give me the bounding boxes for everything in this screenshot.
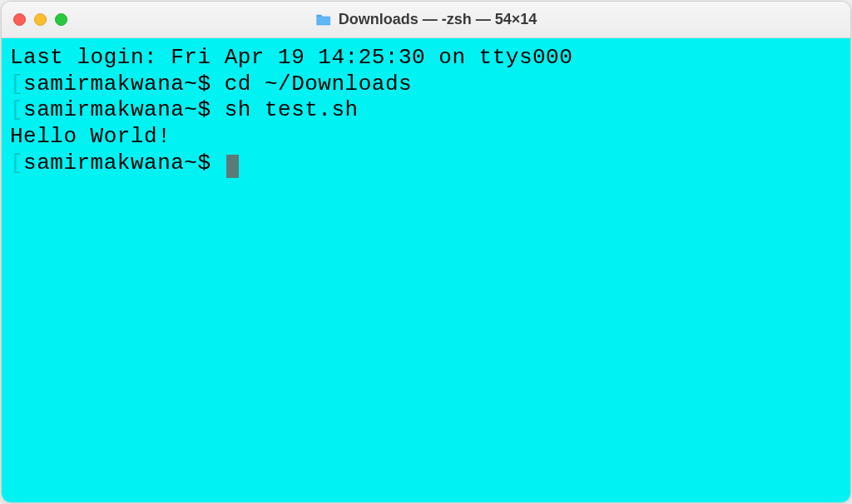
prompt-bracket: [ [10, 72, 23, 96]
command-text: sh test.sh [225, 97, 359, 122]
minimize-button[interactable] [34, 13, 47, 26]
maximize-button[interactable] [55, 13, 67, 26]
last-login-text: Last login: Fri Apr 19 14:25:30 on ttys0… [10, 45, 572, 70]
prompt-bracket: [ [10, 97, 23, 122]
folder-icon [315, 13, 332, 27]
prompt-text: samirmakwana~$ [23, 72, 225, 96]
terminal-window: Downloads — -zsh — 54×14 Last login: Fri… [1, 1, 851, 503]
window-title: Downloads — -zsh — 54×14 [339, 11, 537, 28]
cursor [226, 155, 239, 178]
title-content: Downloads — -zsh — 54×14 [315, 11, 537, 28]
traffic-lights [13, 13, 67, 26]
command-line-2: [samirmakwana~$ sh test.sh [10, 97, 842, 124]
output-line: Hello World! [10, 124, 842, 151]
close-button[interactable] [13, 13, 26, 26]
command-text: cd ~/Downloads [225, 72, 412, 96]
current-prompt-line: [samirmakwana~$ [10, 151, 842, 177]
prompt-text: samirmakwana~$ [23, 151, 225, 175]
terminal-body[interactable]: Last login: Fri Apr 19 14:25:30 on ttys0… [2, 38, 850, 502]
output-text: Hello World! [10, 124, 171, 149]
title-bar: Downloads — -zsh — 54×14 [2, 2, 850, 38]
command-line-1: [samirmakwana~$ cd ~/Downloads [10, 72, 842, 98]
prompt-text: samirmakwana~$ [23, 97, 225, 122]
last-login-line: Last login: Fri Apr 19 14:25:30 on ttys0… [10, 45, 842, 72]
prompt-bracket: [ [10, 151, 23, 175]
